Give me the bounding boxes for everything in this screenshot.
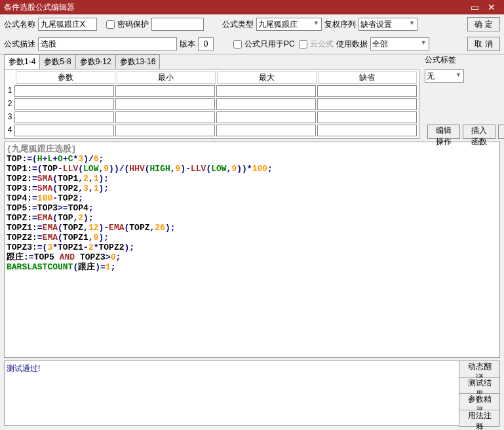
param-1-name[interactable] xyxy=(14,85,114,97)
param-4-name[interactable] xyxy=(14,125,114,136)
tab-params-3[interactable]: 参数9-12 xyxy=(75,54,116,69)
param-4-def[interactable] xyxy=(317,125,417,136)
usedata-select[interactable] xyxy=(370,37,429,50)
pconly-checkbox[interactable] xyxy=(233,40,242,49)
ver-label: 版本 xyxy=(180,39,195,50)
close-icon[interactable]: ✕ xyxy=(483,0,500,14)
testres-button[interactable]: 测试结果 xyxy=(459,378,499,394)
code-editor[interactable]: {九尾狐跟庄选股} TOP:=(H+L+O+C*3)/6; TOP1:=(TOP… xyxy=(4,142,500,358)
param-hdr-min: 最小 xyxy=(117,71,216,84)
param-1-def[interactable] xyxy=(317,85,417,97)
titlebar: 条件选股公式编辑器 ▭ ✕ xyxy=(0,0,504,14)
name-input[interactable] xyxy=(38,18,97,31)
param-1-min[interactable] xyxy=(115,85,215,97)
param-3-name[interactable] xyxy=(14,111,114,123)
paramwiz-button[interactable]: 参数精灵 xyxy=(459,394,499,410)
cloud-label: 云公式 xyxy=(310,39,334,50)
fq-select[interactable] xyxy=(359,18,417,31)
usedata-label: 使用数据 xyxy=(336,39,368,50)
dyntra-button[interactable]: 动态翻译 xyxy=(459,361,499,378)
param-hdr-name: 参数 xyxy=(16,71,115,84)
type-select[interactable] xyxy=(256,18,322,31)
ok-button[interactable]: 确 定 xyxy=(467,17,500,31)
minimize-icon[interactable]: ▭ xyxy=(466,0,483,14)
param-2-min[interactable] xyxy=(115,98,215,110)
tab-params-1[interactable]: 参数1-4 xyxy=(4,54,40,69)
pwd-input[interactable] xyxy=(151,18,204,31)
insfn-button[interactable]: 插入函数 xyxy=(463,125,495,139)
cancel-button[interactable]: 取 消 xyxy=(467,37,500,51)
tab-params-2[interactable]: 参数5-8 xyxy=(39,54,75,69)
pwd-label: 密码保护 xyxy=(117,19,149,30)
pwd-checkbox[interactable] xyxy=(106,20,115,29)
tab-params-4[interactable]: 参数13-16 xyxy=(115,54,161,69)
pconly-label: 公式只用于PC xyxy=(244,39,295,50)
param-hdr-def: 缺省 xyxy=(318,71,417,84)
tag-label: 公式标签 xyxy=(425,54,456,66)
name-label: 公式名称 xyxy=(4,19,35,30)
param-2-def[interactable] xyxy=(317,98,417,110)
insres-button[interactable]: 插入资源 xyxy=(498,125,504,139)
desc-label: 公式描述 xyxy=(4,39,35,50)
param-3-def[interactable] xyxy=(317,111,417,123)
params-panel: 参数1-4 参数5-8 参数9-12 参数13-16 参数 最小 最大 缺省 1… xyxy=(4,54,419,139)
param-hdr-max: 最大 xyxy=(217,71,317,84)
param-4-min[interactable] xyxy=(115,125,215,136)
param-2-max[interactable] xyxy=(216,98,316,110)
ver-input[interactable] xyxy=(198,37,214,50)
tag-select[interactable] xyxy=(425,69,464,83)
desc-input[interactable] xyxy=(38,37,177,50)
param-4-max[interactable] xyxy=(216,125,316,136)
window-title: 条件选股公式编辑器 xyxy=(4,0,466,14)
editop-button[interactable]: 编辑操作 xyxy=(427,125,460,139)
param-3-min[interactable] xyxy=(115,111,215,123)
fq-label: 复权序列 xyxy=(324,19,356,30)
param-3-max[interactable] xyxy=(216,111,316,123)
type-label: 公式类型 xyxy=(222,19,254,30)
test-message: 测试通过! xyxy=(5,361,459,425)
param-2-name[interactable] xyxy=(14,98,114,110)
usage-button[interactable]: 用法注释 xyxy=(459,410,499,427)
param-1-max[interactable] xyxy=(216,85,316,97)
cloud-checkbox[interactable] xyxy=(299,40,307,49)
